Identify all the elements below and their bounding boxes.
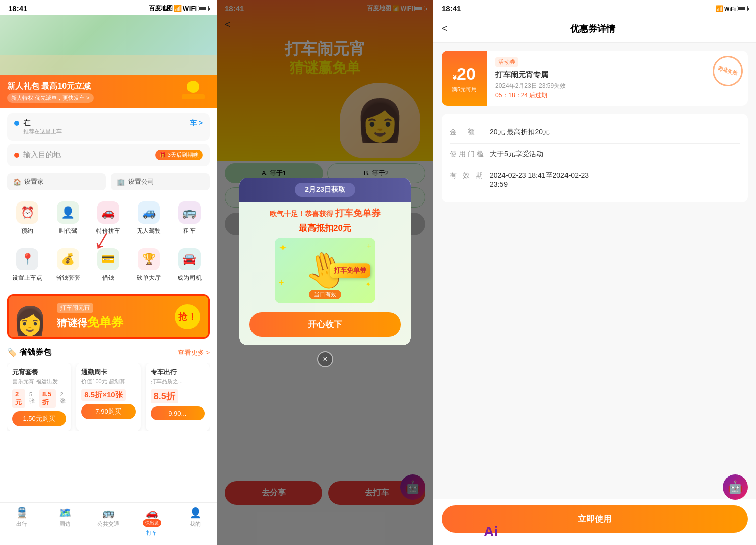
coupon-name-1: 通勤周卡 bbox=[81, 368, 135, 377]
expiry-badge: 🎁 3天后到期噢 bbox=[155, 150, 203, 160]
wuren-label: 无人驾驶 bbox=[137, 227, 161, 235]
nav-nearby[interactable]: 🗺️ 周边 bbox=[43, 507, 87, 537]
p3-back-button[interactable]: < bbox=[442, 23, 448, 34]
transit-label: 公共交通 bbox=[97, 520, 119, 528]
shortcut-home[interactable]: 🏠 设置家 bbox=[7, 173, 106, 190]
buy-btn-2[interactable]: 9.90... bbox=[151, 406, 205, 420]
shengqian-label: 省钱套套 bbox=[56, 274, 80, 282]
coupon-detail-card: ¥ 20 满5元可用 活动券 打车闹元宵专属 2024年2月23日 23:59失… bbox=[442, 51, 748, 106]
coupon-desc-1: 价值100元 超划算 bbox=[81, 378, 135, 385]
detail-key-threshold: 使用门槛 bbox=[450, 150, 490, 159]
star-deco-tl: ✦ bbox=[279, 242, 287, 254]
wuren-icon: 🚙 bbox=[142, 206, 156, 219]
home-label: 设置家 bbox=[24, 177, 44, 186]
location-box[interactable]: 在 车 > 推荐在这里上车 bbox=[7, 113, 210, 141]
kandan-label: 砍单大厅 bbox=[137, 274, 161, 282]
location-label-1: 百度地图 bbox=[149, 4, 173, 13]
promo-banner[interactable]: 👩 打车闹元宵 猜谜得免单券 抢！ bbox=[7, 294, 210, 339]
coupon-expiry-date: 2024年2月23日 23:59失效 bbox=[495, 82, 740, 90]
profile-icon: 👤 bbox=[189, 507, 202, 519]
pinche-icon: 🚗 bbox=[101, 206, 115, 219]
banner-subtitle: 新人特权 优先派单，更快发车 > bbox=[7, 93, 94, 103]
service-siji[interactable]: 🚘 成为司机 bbox=[169, 244, 210, 286]
panel-2-game: 18:41 百度地图 📶 WiFi < 打车闹元宵 猜谜赢免单 👩 bbox=[217, 0, 433, 545]
service-wuren[interactable]: 🚙 无人驾驶 bbox=[129, 197, 169, 239]
detail-val-validity: 2024-02-23 18:41至2024-02-2323:59 bbox=[490, 171, 740, 188]
wifi-3: WiFi bbox=[724, 6, 736, 12]
coupon-desc-2: 打车品质之... bbox=[151, 378, 205, 385]
coupon-card-1: 通勤周卡 价值100元 超划算 8.5折×10张 7.90购买 bbox=[76, 363, 140, 431]
shengqian-icon: 💰 bbox=[61, 253, 75, 266]
wifi-icon-1: WiFi bbox=[183, 5, 197, 12]
coupon-desc-0: 喜乐元宵 福运出发 bbox=[12, 378, 66, 385]
travel-icon: 🚆 bbox=[16, 507, 28, 519]
banner-decoration bbox=[179, 79, 210, 104]
service-shangche[interactable]: 📍 设置上车点 bbox=[7, 244, 47, 286]
coupon-section-title: 省钱券包 bbox=[19, 347, 51, 358]
price-badge-0b: 8.5折 bbox=[39, 389, 56, 408]
car-label[interactable]: 车 > bbox=[190, 119, 203, 128]
dest-dot bbox=[14, 153, 19, 158]
coupon-label-text: 打车免单券 bbox=[334, 266, 366, 275]
profile-label: 我的 bbox=[190, 520, 201, 528]
taxi-icon: 🚗 bbox=[146, 507, 158, 519]
modal-close-button[interactable]: × bbox=[317, 351, 333, 367]
panel-3-coupon-detail: 18:41 📶 WiFi < 优惠券详情 ¥ 20 满5元可用 活动券 打车闹元… bbox=[433, 0, 756, 545]
modal-overlay: 2月23日获取 欧气十足！恭喜获得 打车免单券 最高抵扣20元 ✦ + + bbox=[217, 0, 433, 545]
coupon-condition: 满5元可用 bbox=[452, 86, 477, 93]
ai-label: Ai bbox=[484, 524, 498, 540]
status-bar-3: 18:41 📶 WiFi bbox=[433, 0, 756, 15]
price-badge-2: 8.5折 bbox=[151, 389, 178, 403]
nav-travel[interactable]: 🚆 出行 bbox=[0, 507, 43, 537]
service-yuyue[interactable]: ⏰ 预约 bbox=[7, 197, 47, 239]
coupon-name-0: 元宵套餐 bbox=[12, 368, 66, 377]
status-bar-1: 18:41 百度地图 📶 WiFi bbox=[0, 0, 217, 15]
jieqian-icon: 💳 bbox=[101, 253, 115, 266]
nav-transit[interactable]: 🚌 公共交通 bbox=[87, 507, 130, 537]
detail-key-amount: 金 额 bbox=[450, 128, 490, 137]
collect-button[interactable]: 开心收下 bbox=[249, 312, 401, 337]
nav-profile[interactable]: 👤 我的 bbox=[173, 507, 217, 537]
shortcut-company[interactable]: 🏢 设置公司 bbox=[111, 173, 210, 190]
current-location: 在 bbox=[23, 118, 185, 128]
plus-deco-tr: + bbox=[367, 242, 371, 251]
detail-row-validity: 有 效 期 2024-02-23 18:41至2024-02-2323:59 bbox=[450, 165, 740, 194]
promo-grab-button[interactable]: 抢！ bbox=[175, 304, 200, 329]
battery-3 bbox=[737, 6, 748, 11]
travel-label: 出行 bbox=[16, 520, 27, 528]
coupon-section-icon: 🏷️ bbox=[7, 348, 17, 357]
home-icon: 🏠 bbox=[13, 178, 21, 186]
promo-character: 👩 bbox=[13, 305, 47, 337]
detail-val-amount: 20元 最高折扣20元 bbox=[490, 128, 740, 137]
detail-row-threshold: 使用门槛 大于5元享受活动 bbox=[450, 144, 740, 165]
count-0a: 5张 bbox=[29, 391, 35, 405]
ai-bot-button-3[interactable]: 🤖 bbox=[723, 474, 748, 500]
service-shengqian[interactable]: 💰 省钱套套 bbox=[47, 244, 88, 286]
buy-btn-0[interactable]: 1.50元购买 bbox=[12, 411, 66, 426]
buy-btn-1[interactable]: 7.90购买 bbox=[81, 404, 135, 419]
coupon-card-2: 专车出行 打车品质之... 8.5折 9.90... bbox=[146, 363, 210, 431]
siji-icon: 🚘 bbox=[182, 253, 196, 266]
jieqian-label: 借钱 bbox=[102, 274, 114, 282]
service-zuche[interactable]: 🚌 租车 bbox=[169, 197, 210, 239]
coupon-amount-value: 20 bbox=[457, 64, 476, 84]
service-daijia[interactable]: 👤 叫代驾 bbox=[47, 197, 88, 239]
new-user-banner[interactable]: 新人礼包 最高10元立减 新人特权 优先派单，更快发车 > bbox=[0, 75, 217, 108]
star-deco-br: ✦ bbox=[365, 280, 371, 288]
map-area[interactable] bbox=[0, 15, 217, 75]
nearby-icon: 🗺️ bbox=[59, 507, 72, 519]
location-dot bbox=[14, 121, 19, 126]
destination-box[interactable]: 输入目的地 🎁 3天后到期噢 bbox=[7, 144, 210, 166]
transit-icon: 🚌 bbox=[102, 507, 115, 519]
banner-deco-img bbox=[179, 79, 207, 102]
coupon-more-link[interactable]: 查看更多 > bbox=[178, 348, 210, 357]
coupon-activity-tag: 活动券 bbox=[495, 57, 518, 67]
detail-val-threshold: 大于5元享受活动 bbox=[490, 150, 740, 159]
service-kandan[interactable]: 🏆 砍单大厅 bbox=[129, 244, 169, 286]
amount-prefix: ¥ bbox=[453, 73, 457, 81]
nav-taxi[interactable]: 🚗 快出发 打车 bbox=[130, 507, 173, 537]
ai-bot-icon-3: 🤖 bbox=[728, 480, 743, 494]
yuyue-icon: ⏰ bbox=[21, 206, 34, 219]
taxi-label: 打车 bbox=[146, 529, 157, 537]
coupon-validity: 当日有效 bbox=[309, 290, 341, 299]
